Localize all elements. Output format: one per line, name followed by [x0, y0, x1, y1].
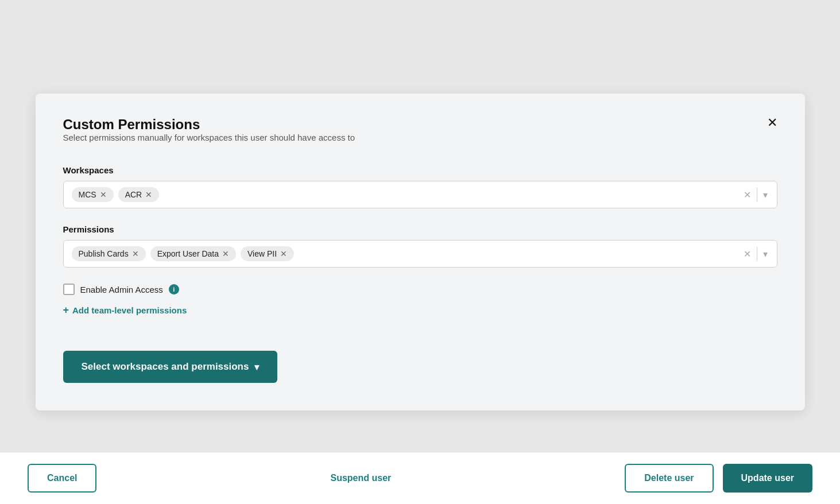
permissions-controls: ✕ ▾	[742, 247, 769, 261]
admin-access-row: Enable Admin Access i	[63, 284, 777, 295]
workspace-tag-acr: ACR ✕	[118, 187, 160, 202]
permission-tag-publish-cards-label: Publish Cards	[79, 249, 129, 258]
workspace-tag-mcs: MCS ✕	[72, 187, 114, 202]
permissions-input[interactable]: Publish Cards ✕ Export User Data ✕ View …	[63, 240, 777, 267]
workspace-tag-mcs-remove[interactable]: ✕	[100, 191, 107, 199]
permissions-dropdown-button[interactable]: ▾	[762, 247, 769, 261]
workspaces-divider	[757, 188, 757, 201]
workspaces-tags-area: MCS ✕ ACR ✕	[72, 187, 742, 202]
admin-access-label: Enable Admin Access	[80, 285, 163, 294]
permission-tag-export-user-data-label: Export User Data	[157, 249, 219, 258]
plus-icon: +	[63, 304, 69, 316]
footer-right: Delete user Update user	[625, 464, 812, 493]
workspace-tag-acr-label: ACR	[125, 190, 142, 199]
workspaces-label: Workspaces	[63, 165, 777, 175]
permissions-clear-button[interactable]: ✕	[742, 247, 752, 261]
workspaces-input[interactable]: MCS ✕ ACR ✕ ✕ ▾	[63, 181, 777, 208]
permission-tag-export-user-data: Export User Data ✕	[150, 246, 236, 261]
permission-tag-publish-cards: Publish Cards ✕	[72, 246, 146, 261]
admin-access-info-icon[interactable]: i	[169, 284, 179, 294]
permission-tag-view-pii: View PII ✕	[241, 246, 294, 261]
chevron-down-icon: ▾	[254, 362, 259, 373]
custom-permissions-modal: Custom Permissions Select permissions ma…	[36, 94, 805, 410]
add-team-label: Add team-level permissions	[72, 305, 187, 315]
permission-tag-export-user-data-remove[interactable]: ✕	[222, 250, 229, 258]
add-team-link[interactable]: + Add team-level permissions	[63, 304, 777, 316]
close-button[interactable]: ✕	[767, 117, 777, 129]
update-user-button[interactable]: Update user	[723, 464, 812, 493]
permission-tag-view-pii-label: View PII	[247, 249, 277, 258]
workspaces-clear-button[interactable]: ✕	[742, 188, 752, 201]
permissions-divider	[757, 247, 757, 261]
workspace-tag-mcs-label: MCS	[79, 190, 96, 199]
permission-tag-view-pii-remove[interactable]: ✕	[280, 250, 287, 258]
modal-header: Custom Permissions Select permissions ma…	[63, 117, 777, 161]
workspace-tag-acr-remove[interactable]: ✕	[145, 191, 152, 199]
permission-tag-publish-cards-remove[interactable]: ✕	[132, 250, 139, 258]
footer-left: Cancel	[28, 464, 96, 493]
admin-access-checkbox[interactable]	[63, 284, 75, 295]
footer-center: Suspend user	[96, 465, 625, 491]
select-workspaces-label: Select workspaces and permissions	[82, 361, 249, 373]
suspend-user-button[interactable]: Suspend user	[312, 465, 409, 491]
modal-subtitle: Select permissions manually for workspac…	[63, 133, 355, 142]
workspaces-controls: ✕ ▾	[742, 188, 769, 201]
permissions-tags-area: Publish Cards ✕ Export User Data ✕ View …	[72, 246, 742, 261]
cancel-button[interactable]: Cancel	[28, 464, 96, 493]
modal-title-block: Custom Permissions Select permissions ma…	[63, 117, 355, 161]
delete-user-button[interactable]: Delete user	[625, 464, 713, 493]
modal-title: Custom Permissions	[63, 117, 355, 133]
permissions-label: Permissions	[63, 224, 777, 234]
select-workspaces-button[interactable]: Select workspaces and permissions ▾	[63, 351, 278, 383]
footer-bar: Cancel Suspend user Delete user Update u…	[0, 452, 840, 504]
workspaces-dropdown-button[interactable]: ▾	[762, 188, 769, 201]
